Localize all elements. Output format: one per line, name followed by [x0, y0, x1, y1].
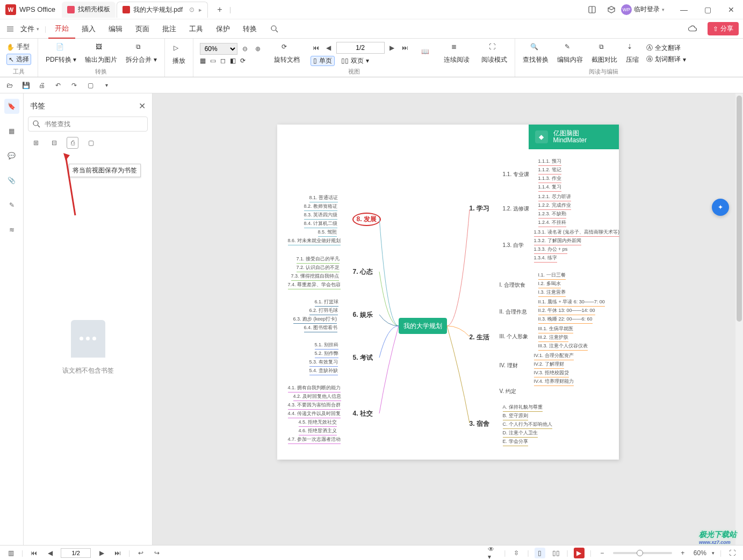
rail-thumbnail-icon[interactable]: ▦ — [4, 123, 19, 139]
titlebar-icon-2[interactable] — [605, 3, 618, 16]
menu-tab-protect[interactable]: 保护 — [210, 19, 236, 39]
sb-first-page-icon[interactable]: ⏮ — [28, 548, 39, 558]
dropdown-icon[interactable]: ▾ — [101, 80, 112, 91]
export-image-button[interactable]: 🖼输出为图片 — [81, 43, 121, 64]
sb-fullscreen-icon[interactable]: ⛶ — [727, 548, 738, 558]
hand-tool[interactable]: ✋ 手型 — [6, 42, 31, 52]
bookmark-search[interactable] — [28, 117, 148, 132]
sb-last-page-icon[interactable]: ⏭ — [112, 548, 123, 558]
fit-page-icon[interactable]: ▭ — [210, 57, 216, 64]
sb-zoom-in-icon[interactable]: + — [677, 548, 688, 558]
mm-leaf: B. 坚守原则 — [503, 412, 528, 420]
file-menu[interactable]: 文件▾ — [20, 24, 39, 34]
menu-tab-convert[interactable]: 转换 — [236, 19, 263, 39]
save-icon[interactable]: 💾 — [20, 80, 31, 91]
sb-fit-icon[interactable]: ⇳ — [511, 548, 522, 558]
zoom-in-icon[interactable]: ⊕ — [253, 43, 263, 55]
find-replace-button[interactable]: 🔍查找替换 — [518, 43, 553, 64]
prev-page-icon[interactable]: ◀ — [323, 42, 334, 54]
zoom-select[interactable]: 60% — [200, 43, 237, 55]
bookmark-goto-icon[interactable]: ▢ — [85, 137, 97, 149]
tab-document[interactable]: 我的大学规划.pdf ⊙ ▸ — [117, 2, 208, 18]
sb-zoom-dropdown-icon[interactable]: ▾ — [712, 550, 715, 556]
bookmark-search-input[interactable] — [45, 120, 144, 128]
full-translate-button[interactable]: Ⓐ 全文翻译 — [646, 43, 686, 53]
sb-nav-back-icon[interactable]: ↩ — [135, 548, 146, 558]
sb-single-view-icon[interactable]: ▯ — [535, 548, 545, 558]
tab-menu-icon[interactable]: ⊙ — [189, 6, 194, 13]
split-merge-button[interactable]: ⧉拆分合并 ▾ — [121, 43, 161, 64]
rail-layers-icon[interactable]: ≋ — [4, 222, 19, 237]
window-minimize[interactable]: — — [672, 0, 696, 19]
rotate-icon[interactable]: ⟳ — [240, 57, 246, 64]
rail-comment-icon[interactable]: 💬 — [4, 148, 19, 163]
first-page-icon[interactable]: ⏮ — [311, 42, 321, 54]
vertical-scrollbar[interactable] — [735, 93, 743, 545]
hamburger-icon[interactable] — [4, 23, 16, 35]
sb-page-input[interactable] — [61, 548, 91, 558]
tab-add-button[interactable]: + — [213, 3, 226, 16]
rotate-doc-button[interactable]: ⟳旋转文档 — [270, 43, 304, 64]
zoom-out-icon[interactable]: ⊖ — [240, 43, 250, 55]
sb-next-page-icon[interactable]: ▶ — [96, 548, 107, 558]
more-icon[interactable]: ▢ — [85, 80, 96, 91]
document-canvas[interactable]: ◆ 亿图脑图MindMaster 我的大学规划 1. 学习 2. 生活 3. 宿… — [153, 93, 743, 545]
titlebar-icon-1[interactable] — [586, 3, 598, 16]
read-mode-button[interactable]: ⛶阅读模式 — [477, 43, 511, 64]
open-icon[interactable]: 🗁 — [4, 80, 15, 91]
crop-icon[interactable]: ◧ — [230, 57, 236, 64]
next-page-icon[interactable]: ▶ — [387, 42, 398, 54]
undo-icon[interactable]: ↶ — [53, 80, 63, 91]
menu-tab-edit[interactable]: 编辑 — [102, 19, 129, 39]
sb-play-icon[interactable]: ▶ — [574, 548, 585, 558]
menu-tab-annotate[interactable]: 批注 — [156, 19, 183, 39]
panel-close-icon[interactable]: ✕ — [139, 101, 146, 111]
cloud-icon[interactable] — [686, 23, 699, 35]
sb-double-view-icon[interactable]: ▯▯ — [551, 548, 561, 558]
chevron-down-icon[interactable]: ▾ — [662, 7, 665, 12]
window-close[interactable]: ✕ — [719, 0, 743, 19]
word-translate-button[interactable]: ⓐ 划词翻译 ▾ — [646, 55, 686, 64]
select-tool[interactable]: ↖ 选择 — [6, 54, 31, 65]
rail-signature-icon[interactable]: ✎ — [4, 198, 19, 213]
page-input[interactable] — [336, 42, 385, 54]
window-maximize[interactable]: ▢ — [696, 0, 719, 19]
tab-expand-icon[interactable]: ▸ — [199, 6, 202, 13]
sb-nav-fwd-icon[interactable]: ↪ — [152, 548, 162, 558]
bookmark-save-view-icon[interactable]: ⎙ — [67, 137, 78, 149]
mm-leaf: D. 注意个人卫生 — [503, 430, 538, 438]
tab-template[interactable]: 找稻壳模板 — [62, 2, 116, 18]
single-page-toggle[interactable]: ▯ 单页 — [311, 56, 335, 66]
menu-tab-page[interactable]: 页面 — [129, 19, 156, 39]
actual-size-icon[interactable]: ◻ — [220, 57, 226, 64]
fit-width-icon[interactable]: ▦ — [200, 57, 206, 64]
menu-tab-start[interactable]: 开始 — [48, 19, 75, 39]
sb-prev-page-icon[interactable]: ◀ — [45, 548, 55, 558]
sb-eye-icon[interactable]: 👁 ▾ — [488, 548, 499, 558]
compress-button[interactable]: ⇣压缩 — [622, 43, 643, 64]
menu-tab-insert[interactable]: 插入 — [75, 19, 102, 39]
play-button[interactable]: ▷播放 — [168, 44, 190, 66]
sb-zoom-slider[interactable] — [613, 552, 672, 554]
rail-attachment-icon[interactable]: 📎 — [4, 173, 19, 188]
screenshot-compare-button[interactable]: ⧉截图对比 — [587, 43, 622, 64]
print-icon[interactable]: 🖨 — [37, 80, 47, 91]
rail-bookmark-icon[interactable]: 🔖 — [4, 99, 19, 114]
login-status[interactable]: 临时登录 — [634, 5, 660, 14]
redo-icon[interactable]: ↷ — [69, 80, 80, 91]
user-avatar[interactable]: WP — [621, 4, 632, 15]
edit-content-button[interactable]: ✎编辑内容 — [553, 43, 587, 64]
menu-tab-tools[interactable]: 工具 — [183, 19, 210, 39]
last-page-icon[interactable]: ⏭ — [400, 42, 410, 54]
floating-assist-button[interactable]: ✦ — [712, 199, 729, 216]
pdf-convert-button[interactable]: 📄PDF转换 ▾ — [41, 43, 81, 64]
share-button[interactable]: ⇧ 分享 — [708, 22, 739, 35]
bookmark-expand-icon[interactable]: ⊞ — [30, 137, 42, 149]
double-page-toggle[interactable]: ▯▯ 双页 ▾ — [339, 56, 371, 66]
book-view-icon[interactable]: 📖 — [417, 48, 436, 60]
bookmark-collapse-icon[interactable]: ⊟ — [48, 137, 60, 149]
search-icon[interactable] — [263, 19, 286, 39]
sb-panel-icon[interactable]: ▥ — [5, 548, 16, 558]
sb-zoom-out-icon[interactable]: − — [597, 548, 608, 558]
continuous-read-button[interactable]: ≣连续阅读 — [439, 43, 474, 64]
